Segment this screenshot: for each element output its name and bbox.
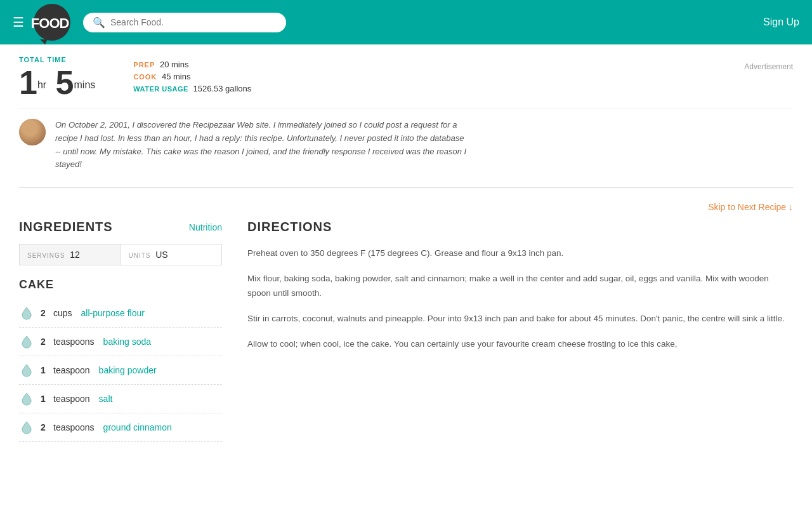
ingredient-icon bbox=[19, 420, 34, 435]
cook-time-row: COOK 45 mins bbox=[133, 72, 251, 81]
logo-text: FOOD. bbox=[31, 12, 73, 32]
ingredient-icon bbox=[19, 391, 34, 406]
ingredient-icon bbox=[19, 334, 34, 349]
skip-link[interactable]: Skip to Next Recipe ↓ bbox=[19, 194, 793, 220]
ingredient-unit: teaspoon bbox=[53, 394, 90, 404]
total-mins-unit: mins bbox=[74, 79, 96, 90]
time-section: TOTAL TIME 1hr 5mins PREP 20 mins COOK 4… bbox=[19, 44, 793, 105]
water-label: WATER USAGE bbox=[133, 85, 188, 93]
list-item: 1teaspoonbaking powder bbox=[19, 356, 222, 385]
prep-label: PREP bbox=[133, 61, 155, 69]
avatar-image bbox=[19, 119, 46, 145]
total-mins: 5 bbox=[56, 64, 74, 101]
ingredient-name[interactable]: ground cinnamon bbox=[103, 422, 172, 432]
prep-time-row: PREP 20 mins bbox=[133, 60, 251, 69]
cook-label: COOK bbox=[133, 73, 157, 81]
cake-section-title: CAKE bbox=[19, 278, 222, 291]
ingredients-column: INGREDIENTS Nutrition SERVINGS 12 UNITS … bbox=[19, 220, 222, 442]
direction-step: Mix flour, baking soda, baking powder, s… bbox=[247, 271, 793, 301]
logo-dot: . bbox=[69, 12, 73, 32]
main-content: TOTAL TIME 1hr 5mins PREP 20 mins COOK 4… bbox=[0, 44, 812, 461]
ingredient-qty: 1 bbox=[41, 394, 47, 404]
search-input[interactable] bbox=[110, 17, 277, 27]
cook-value: 45 mins bbox=[162, 72, 191, 81]
ingredient-unit: teaspoons bbox=[53, 337, 95, 347]
water-usage-row: WATER USAGE 1526.53 gallons bbox=[133, 84, 251, 93]
servings-units: SERVINGS 12 UNITS US bbox=[19, 244, 222, 265]
ingredient-name[interactable]: all-purpose flour bbox=[81, 308, 145, 318]
logo-container: FOOD. bbox=[34, 4, 70, 41]
directions-container: Preheat oven to 350 degrees F (175 degre… bbox=[247, 246, 793, 351]
ingredient-unit: cups bbox=[53, 308, 72, 318]
ingredient-qty: 1 bbox=[41, 365, 47, 375]
ingredient-name[interactable]: baking soda bbox=[103, 337, 152, 347]
units-label: UNITS bbox=[129, 252, 151, 259]
servings-value: 12 bbox=[70, 250, 80, 260]
units-value: US bbox=[155, 250, 167, 260]
servings-block: SERVINGS 12 bbox=[20, 244, 121, 265]
direction-step: Preheat oven to 350 degrees F (175 degre… bbox=[247, 246, 793, 261]
total-time-block: TOTAL TIME 1hr 5mins bbox=[19, 56, 95, 99]
header: ☰ FOOD. 🔍 Sign Up bbox=[0, 0, 812, 44]
ingredients-header: INGREDIENTS Nutrition bbox=[19, 220, 222, 234]
avatar bbox=[19, 119, 46, 145]
direction-step: Allow to cool; when cool, ice the cake. … bbox=[247, 337, 793, 352]
review-section: On October 2, 2001, I discovered the Rec… bbox=[19, 109, 793, 181]
search-icon: 🔍 bbox=[93, 17, 105, 29]
search-bar: 🔍 bbox=[83, 13, 286, 32]
ingredient-list: 2cupsall-purpose flour 2teaspoonsbaking … bbox=[19, 299, 222, 442]
content-columns: INGREDIENTS Nutrition SERVINGS 12 UNITS … bbox=[19, 220, 793, 461]
skip-arrow: ↓ bbox=[789, 202, 793, 212]
menu-icon[interactable]: ☰ bbox=[13, 15, 24, 30]
total-time-value: 1hr 5mins bbox=[19, 66, 95, 99]
prep-value: 20 mins bbox=[160, 60, 189, 69]
ingredient-unit: teaspoons bbox=[53, 422, 95, 432]
ingredients-title: INGREDIENTS bbox=[19, 220, 113, 234]
ingredient-icon bbox=[19, 363, 34, 378]
ingredient-unit: teaspoon bbox=[53, 365, 90, 375]
directions-title: DIRECTIONS bbox=[247, 220, 793, 234]
total-time-label: TOTAL TIME bbox=[19, 56, 95, 64]
total-hr-unit: hr bbox=[37, 79, 46, 90]
skip-link-text: Skip to Next Recipe bbox=[708, 202, 786, 212]
direction-step: Stir in carrots, coconut, walnuts and pi… bbox=[247, 311, 793, 326]
review-text: On October 2, 2001, I discovered the Rec… bbox=[55, 119, 468, 171]
list-item: 2teaspoonsbaking soda bbox=[19, 328, 222, 356]
list-item: 2teaspoonsground cinnamon bbox=[19, 413, 222, 442]
list-item: 1teaspoonsalt bbox=[19, 385, 222, 413]
ingredient-name[interactable]: salt bbox=[99, 394, 113, 404]
units-block: UNITS US bbox=[121, 244, 222, 265]
ingredient-qty: 2 bbox=[41, 337, 47, 347]
nutrition-link[interactable]: Nutrition bbox=[189, 222, 222, 232]
ingredient-qty: 2 bbox=[41, 422, 47, 432]
ingredient-name[interactable]: baking powder bbox=[99, 365, 157, 375]
logo-bubble: FOOD. bbox=[34, 4, 70, 41]
servings-label: SERVINGS bbox=[27, 252, 65, 259]
advertisement-label: Advertisement bbox=[744, 56, 793, 71]
divider bbox=[19, 187, 793, 188]
ingredient-qty: 2 bbox=[41, 308, 47, 318]
directions-column: DIRECTIONS Preheat oven to 350 degrees F… bbox=[247, 220, 793, 442]
signup-button[interactable]: Sign Up bbox=[763, 17, 799, 28]
total-hours: 1 bbox=[19, 64, 37, 101]
list-item: 2cupsall-purpose flour bbox=[19, 299, 222, 328]
water-value: 1526.53 gallons bbox=[193, 84, 252, 93]
time-details: PREP 20 mins COOK 45 mins WATER USAGE 15… bbox=[133, 56, 251, 93]
ingredient-icon bbox=[19, 305, 34, 321]
